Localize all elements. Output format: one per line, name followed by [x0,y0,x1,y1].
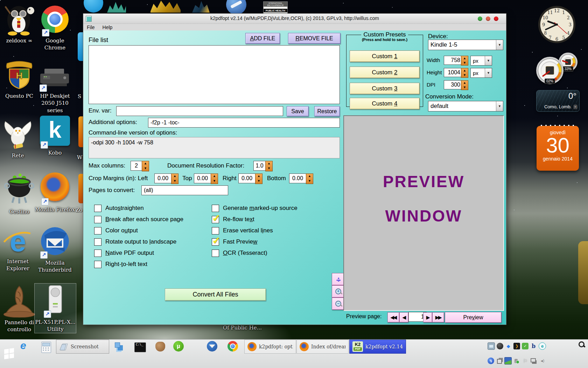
resolution-factor-spinner[interactable]: ▲▼ [265,161,273,171]
weather-menu-icon[interactable]: ≡ [574,105,577,109]
desktop-icon-mozilla-thunderbird[interactable]: ↗ Mozilla Thunderbird [34,226,76,274]
checkbox-break-after-page[interactable]: Break after each source page [94,216,183,223]
height-spinner[interactable]: ▲▼ [461,68,468,78]
convert-all-files-button[interactable]: Convert All Files [165,288,266,301]
menu-help[interactable]: Help [103,25,113,30]
crop-bottom-spinner[interactable]: ▲▼ [306,173,313,184]
taskbar-cmd-icon[interactable]: C:\_ [134,342,146,352]
desktop-icon-hp-deskjet[interactable]: ↗ HP Deskjet 2050 J510 series [34,62,76,114]
maximize-button[interactable] [486,16,490,21]
network-tray-icon[interactable] [530,357,537,364]
lightning-tray-icon[interactable]: ↯ [488,357,494,364]
height-unit-dropdown[interactable]: px▼ [470,68,492,78]
desktop-icon-plx51p-utility[interactable]: ↗ PL-X51P,PL-X... Utility [34,283,76,333]
crop-right-value[interactable]: 0.00 [238,173,255,183]
image-tray-icon[interactable] [504,357,512,364]
checkbox-rotate-landscape[interactable]: Rotate output to landscape [94,238,176,246]
crop-top-spinner[interactable]: ▲▼ [211,173,218,184]
desktop-icon-rete[interactable]: Rete [0,118,38,159]
eset-tray-icon[interactable]: e [539,342,546,350]
helmet-icon[interactable] [192,1,210,13]
public-health-book-icon[interactable]: INTERNATIONAL ENCYCLOPEDIA OF PUBLIC HEA… [263,1,288,14]
desktop-icon-kobo[interactable]: k ↗ Kobo [34,116,76,156]
custom-3-button[interactable]: Custom 3 [350,83,420,94]
remove-file-button[interactable]: REMOVE FILE [288,33,341,44]
taskbar-thunderbird-icon[interactable] [207,341,217,352]
restore-button[interactable]: Restore [314,106,340,116]
weather-gadget[interactable]: 0° Como, Lomb. ≡ [536,90,580,112]
checkbox-generate-markup[interactable]: Generate marked-up source [212,204,298,212]
dragon-icon[interactable] [107,1,126,13]
checkbox-reflow-text[interactable]: ✓ Re-flow text [212,216,254,223]
checkbox-fast-preview[interactable]: ✓ Fast Preview [212,238,257,246]
additional-options-input[interactable] [148,118,340,128]
taskbar-emule-icon[interactable] [155,342,165,352]
taskbar-utorrent-icon[interactable]: µ [173,341,184,352]
desktop-icon-mozilla-firefox[interactable]: ↗ Mozilla Firefox [34,172,76,213]
plex-tray-icon[interactable]: ❯ [513,343,520,349]
skype-icon[interactable] [84,0,103,13]
resolution-factor-value[interactable]: 1.0 [253,161,266,171]
max-columns-spinner[interactable]: ▲▼ [142,161,149,171]
previous-page-button[interactable]: ◀ [399,312,408,322]
search-icon[interactable] [578,341,586,349]
clock-gadget[interactable]: 12 1 2 3 4 5 6 7 8 9 10 11 [537,4,577,45]
crop-left-spinner[interactable]: ▲▼ [171,173,178,184]
taskbar-calculator-icon[interactable] [41,342,51,353]
checkbox-right-to-left[interactable]: Right-to-left text [94,260,147,268]
dpi-value[interactable]: 300 [444,80,462,89]
dropbox-tray-icon[interactable]: ◆ [505,343,512,349]
checkbox-ocr-tesseract[interactable]: OCR (Tesseract) [212,249,267,257]
first-page-button[interactable]: ◀◀ [387,312,399,322]
menu-file[interactable]: File [87,25,95,30]
checkbox-erase-vertical-lines[interactable]: Erase vertical lines [212,227,273,234]
speaker-tray-icon[interactable]: ◄) [539,357,545,364]
max-columns-value[interactable]: 2 [131,161,142,171]
device-dropdown[interactable]: Kindle 1-5▼ [428,40,503,50]
preview-button[interactable]: Preview [445,312,502,323]
custom-2-button[interactable]: Custom 2 [350,67,420,78]
minimize-button[interactable] [478,16,482,21]
gold-figure-icon[interactable] [150,0,181,13]
calendar-gadget[interactable]: giovedì 30 gennaio 2014 [537,126,579,171]
close-button[interactable] [494,16,498,21]
taskbar-screenshot-window[interactable]: Screenshot [56,340,109,354]
flag-tray-icon[interactable]: ⚐ [522,357,528,364]
pages-to-convert-input[interactable] [141,185,228,195]
layers-tray-icon[interactable] [496,357,503,364]
crop-top-value[interactable]: 0.00 [194,173,211,183]
desktop-icon-pannello-controllo[interactable]: Pannello di controllo [0,284,40,333]
telescope-sphere-icon[interactable] [226,0,246,15]
taskbar-k2pdfopt-task-active[interactable]: K2 PDF k2pdfopt v2.14 (... [349,340,406,354]
display-tray-icon[interactable] [488,342,495,350]
last-page-button[interactable]: ▶▶ [432,312,444,322]
checkbox-autostraighten[interactable]: Autostraighten [94,204,144,212]
crop-left-value[interactable]: 0.00 [154,173,172,183]
title-bar[interactable]: k2pdfopt v2.14 (w/MuPDF,DjVuLibre,OCR), … [83,14,506,24]
taskbar-chrome-icon[interactable] [227,341,238,352]
crop-right-spinner[interactable]: ▲▼ [255,173,262,184]
width-spinner[interactable]: ▲▼ [461,56,468,66]
chat-tray-icon[interactable]: ✓ [522,343,528,349]
file-list-box[interactable] [89,45,340,104]
crop-bottom-value[interactable]: 0.00 [289,173,306,183]
next-page-button[interactable]: ▶ [423,312,432,322]
width-value[interactable]: 758 [444,56,462,65]
desktop-icon-questo-pc[interactable]: H Questo PC [0,58,40,100]
desktop-icon-zeldoox[interactable]: zeldoox ∞ [0,2,40,44]
desktop-icon-cestino[interactable]: Cestino [0,171,40,215]
taskbar-ie-icon[interactable]: e [20,340,26,352]
sphere-tray-icon[interactable] [497,343,503,349]
taskbar-firefox-task-1[interactable]: k2pdfopt: opti... [244,340,296,354]
custom-4-button[interactable]: Custom 4 [350,98,420,109]
conversion-mode-dropdown[interactable]: default▼ [428,101,503,111]
taskbar-firefox-task-2[interactable]: Index of/dream... [296,340,349,354]
width-unit-dropdown[interactable]: px▼ [470,56,492,66]
env-var-input[interactable] [116,106,283,116]
add-file-button[interactable]: ADD FILE [245,33,280,44]
usb-tray-icon[interactable] [513,357,520,364]
dpi-spinner[interactable]: ▲▼ [461,80,468,90]
taskbar-blocks-icon[interactable] [114,342,124,352]
bing-tray-icon[interactable]: b [530,343,537,349]
height-value[interactable]: 1004 [444,68,462,77]
